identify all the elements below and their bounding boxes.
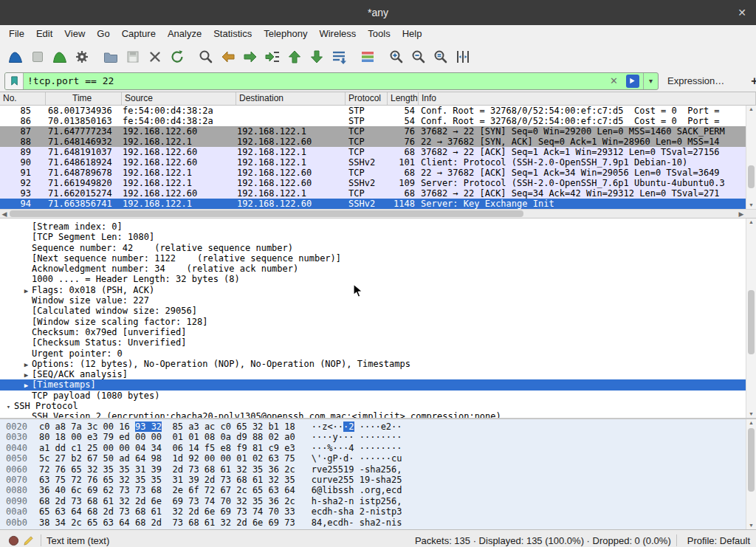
packet-row-88[interactable]: 8871.648146932192.168.122.1192.168.122.6… [0, 137, 756, 147]
scroll-down-arrow-icon[interactable]: ▼ [746, 522, 756, 529]
go-forward-button[interactable] [239, 47, 261, 67]
menu-help[interactable]: Help [396, 25, 428, 43]
scroll-down-arrow-icon[interactable]: ▼ [746, 410, 756, 418]
detail-line[interactable]: [Stream index: 0] [0, 221, 756, 232]
filter-clear-icon[interactable]: ✕ [605, 75, 622, 86]
go-last-packet-button[interactable] [306, 47, 328, 67]
menu-statistics[interactable]: Statistics [207, 25, 258, 43]
collapse-arrow-icon[interactable]: ▾ [3, 403, 14, 410]
packet-row-92[interactable]: 9271.661949820192.168.122.1192.168.122.6… [0, 178, 756, 188]
scroll-up-arrow-icon[interactable]: ▲ [746, 106, 756, 113]
packet-row-93[interactable]: 9371.662015274192.168.122.60192.168.122.… [0, 188, 756, 199]
expand-arrow-icon[interactable]: ▶ [21, 287, 32, 295]
expand-arrow-icon[interactable]: ▶ [21, 382, 32, 389]
detail-line[interactable]: [Calculated window size: 29056] [0, 306, 756, 316]
menu-file[interactable]: File [3, 25, 30, 43]
capture-options-button[interactable] [71, 47, 93, 67]
packet-row-86[interactable]: 8670.013850163fe:54:00:d4:38:2aSTP54Conf… [0, 116, 756, 126]
scroll-up-arrow-icon[interactable]: ▲ [746, 419, 756, 427]
scroll-right-arrow-icon[interactable]: ▶ [737, 210, 746, 218]
detail-line[interactable]: [Checksum Status: Unverified] [0, 337, 756, 348]
hex-row-0050[interactable]: 00505c 27 b2 67 50 ad 64 98 1d 92 00 00 … [6, 453, 756, 464]
menu-capture[interactable]: Capture [116, 25, 162, 43]
packet-row-89[interactable]: 8971.648191037192.168.122.60192.168.122.… [0, 147, 756, 157]
detail-line[interactable]: ▶[Timestamps] [0, 379, 756, 390]
packet-list-hscrollbar[interactable]: ◀ ▶ [0, 209, 756, 218]
detail-line[interactable]: Sequence number: 42 (relative sequence n… [0, 243, 756, 253]
go-to-packet-button[interactable] [261, 47, 284, 67]
zoom-out-button[interactable] [408, 47, 430, 67]
detail-line[interactable]: Urgent pointer: 0 [0, 348, 756, 359]
packet-row-91[interactable]: 9171.648789678192.168.122.1192.168.122.6… [0, 168, 756, 178]
find-packet-button[interactable] [195, 47, 217, 67]
expand-arrow-icon[interactable]: ▶ [21, 371, 32, 379]
restart-capture-button[interactable] [49, 47, 71, 67]
detail-line[interactable]: SSH Version 2 (encryption:chacha20-poly1… [0, 411, 756, 418]
detail-line[interactable]: ▶Flags: 0x018 (PSH, ACK) [0, 285, 756, 295]
resize-columns-button[interactable] [452, 47, 474, 67]
colorize-packets-button[interactable] [357, 47, 379, 67]
stop-capture-button[interactable] [27, 47, 49, 67]
packet-list-scrollbar[interactable]: ▲ ▼ [746, 106, 756, 209]
filter-bookmark-icon[interactable] [5, 73, 24, 89]
menu-tools[interactable]: Tools [362, 25, 396, 43]
expand-arrow-icon[interactable]: ▶ [21, 361, 32, 368]
packet-row-85[interactable]: 8568.001734936fe:54:00:d4:38:2aSTP54Conf… [0, 106, 756, 116]
menu-go[interactable]: Go [91, 25, 115, 43]
hex-row-00a0[interactable]: 00a065 63 64 68 2d 73 68 61 32 2d 6e 69 … [6, 506, 756, 517]
expression-button[interactable]: Expression… [659, 75, 733, 86]
menu-edit[interactable]: Edit [30, 25, 58, 43]
column-header-no[interactable]: No. [0, 92, 46, 105]
menu-telephony[interactable]: Telephony [258, 25, 313, 43]
hex-row-0060[interactable]: 006072 76 65 32 35 35 31 39 2d 73 68 61 … [6, 464, 756, 475]
scroll-up-arrow-icon[interactable]: ▲ [746, 219, 756, 226]
column-header-info[interactable]: Info [419, 92, 756, 105]
menu-view[interactable]: View [58, 25, 91, 43]
hex-row-0020[interactable]: 0020c0 a8 7a 3c 00 16 93 32 85 a3 ac c0 … [6, 422, 756, 432]
display-filter-input[interactable] [24, 73, 605, 89]
auto-scroll-button[interactable] [328, 47, 350, 67]
column-header-source[interactable]: Source [122, 92, 236, 105]
open-capture-file-button[interactable] [100, 47, 122, 67]
save-capture-file-button[interactable] [122, 47, 144, 67]
column-header-destination[interactable]: Destination [236, 92, 346, 105]
detail-line[interactable]: ▾SSH Protocol [0, 401, 756, 411]
detail-line[interactable]: 1000 .... = Header Length: 32 bytes (8) [0, 274, 756, 284]
detail-line[interactable]: Window size value: 227 [0, 295, 756, 306]
close-capture-file-button[interactable] [144, 47, 166, 67]
detail-line[interactable]: [TCP Segment Len: 1080] [0, 232, 756, 242]
scrollbar-handle[interactable] [748, 428, 755, 492]
detail-line[interactable]: [Next sequence number: 1122 (relative se… [0, 253, 756, 264]
detail-line[interactable]: Checksum: 0x79ed [unverified] [0, 327, 756, 337]
packet-row-94[interactable]: 9471.663856741192.168.122.1192.168.122.6… [0, 199, 756, 209]
scroll-down-arrow-icon[interactable]: ▼ [746, 202, 756, 209]
detail-line[interactable]: TCP payload (1080 bytes) [0, 391, 756, 401]
detail-line[interactable]: [Window size scaling factor: 128] [0, 317, 756, 327]
column-header-length[interactable]: Length [388, 92, 419, 105]
start-capture-button[interactable] [4, 47, 27, 67]
hex-row-0040[interactable]: 0040a1 dd c1 25 00 00 04 34 06 14 f5 e8 … [6, 443, 756, 453]
detail-line[interactable]: ▶Options: (12 bytes), No-Operation (NOP)… [0, 359, 756, 369]
column-header-time[interactable]: Time [46, 92, 122, 105]
expert-info-button[interactable] [6, 533, 21, 547]
packet-row-90[interactable]: 9071.648618924192.168.122.60192.168.122.… [0, 157, 756, 168]
go-first-packet-button[interactable] [284, 47, 306, 67]
close-window-icon[interactable]: ✕ [735, 6, 749, 19]
reload-file-button[interactable] [166, 47, 188, 67]
filter-dropdown-icon[interactable]: ▾ [643, 73, 658, 89]
filter-apply-icon[interactable] [626, 75, 639, 88]
scrollbar-handle[interactable] [748, 165, 755, 188]
scroll-left-arrow-icon[interactable]: ◀ [0, 210, 9, 218]
detail-line[interactable]: ▶[SEQ/ACK analysis] [0, 369, 756, 379]
status-profile-button[interactable]: Profile: Default [682, 535, 750, 546]
menu-wireless[interactable]: Wireless [313, 25, 362, 43]
hex-row-0080[interactable]: 008036 40 6c 69 62 73 73 68 2e 6f 72 67 … [6, 485, 756, 495]
zoom-in-button[interactable] [385, 47, 408, 67]
hex-row-0030[interactable]: 003080 18 00 e3 79 ed 00 00 01 01 08 0a … [6, 432, 756, 442]
column-header-protocol[interactable]: Protocol [346, 92, 388, 105]
bytes-scrollbar[interactable]: ▲ ▼ [746, 419, 756, 529]
hex-row-00b0[interactable]: 00b038 34 2c 65 63 64 68 2d 73 68 61 32 … [6, 517, 756, 528]
zoom-original-button[interactable] [430, 47, 452, 67]
add-filter-button[interactable]: + [745, 75, 756, 88]
hscrollbar-handle[interactable] [10, 210, 523, 217]
